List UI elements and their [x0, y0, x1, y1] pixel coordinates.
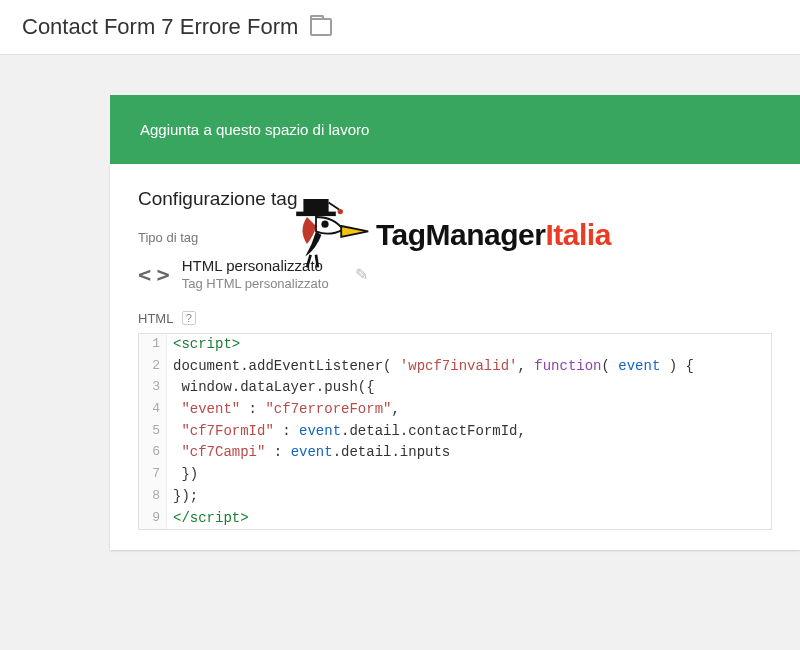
page-header: Contact Form 7 Errore Form [0, 0, 800, 55]
tag-config-card: Configurazione tag Tipo di tag < > HTML … [110, 164, 800, 550]
tag-type-name: HTML personalizzato [182, 257, 329, 274]
folder-icon[interactable] [310, 18, 332, 36]
code-brackets-icon: < > [138, 262, 166, 287]
html-field-label: HTML [138, 311, 173, 326]
tag-type-row[interactable]: < > HTML personalizzato Tag HTML persona… [138, 257, 772, 291]
card-title: Configurazione tag [110, 164, 800, 230]
banner-text: Aggiunta a questo spazio di lavoro [140, 121, 369, 138]
workspace-banner: Aggiunta a questo spazio di lavoro [110, 95, 800, 164]
code-editor[interactable]: 1<script> 2document.addEventListener( 'w… [138, 333, 772, 530]
html-editor-section: HTML ? 1<script> 2document.addEventListe… [110, 291, 800, 530]
workspace-area: Aggiunta a questo spazio di lavoro Confi… [0, 95, 800, 550]
tag-type-desc: Tag HTML personalizzato [182, 276, 329, 291]
tag-type-label: Tipo di tag [138, 230, 772, 245]
edit-icon[interactable]: ✎ [355, 265, 368, 284]
tag-type-section: Tipo di tag < > HTML personalizzato Tag … [110, 230, 800, 291]
help-icon[interactable]: ? [182, 311, 196, 325]
page-title: Contact Form 7 Errore Form [22, 14, 298, 40]
